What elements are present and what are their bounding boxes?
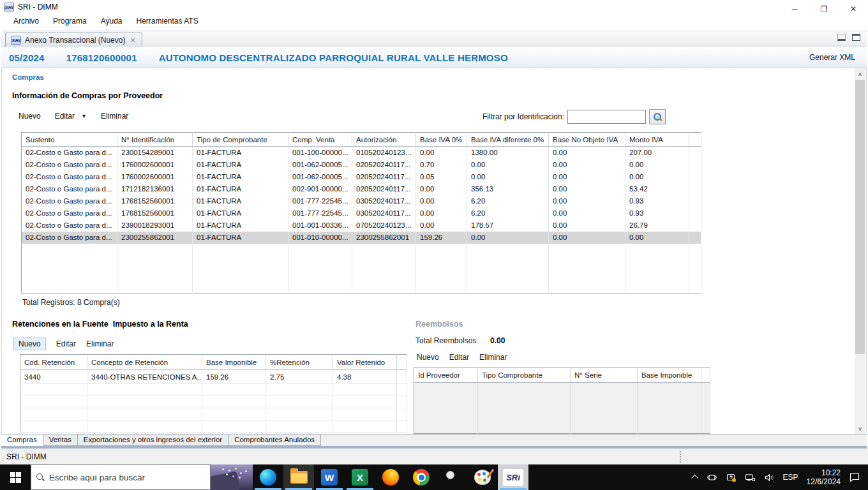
reembolsos-editar-button[interactable]: Editar	[449, 353, 469, 362]
scrollbar-thumb[interactable]	[855, 80, 865, 354]
column-header[interactable]: N° Serie	[571, 368, 638, 383]
retenciones-table: Cod. RetenciónConcepto de RetenciónBase …	[20, 354, 407, 433]
column-header[interactable]: N° Identificación	[117, 133, 193, 147]
eliminar-button[interactable]: Eliminar	[101, 112, 128, 121]
taskbar-chrome-profile-button[interactable]	[437, 464, 467, 490]
table-row[interactable]: 02-Costo o Gasto para d...17121821360010…	[22, 183, 701, 195]
table-row[interactable]: 02-Costo o Gasto para d...23900182930010…	[22, 219, 701, 232]
column-header[interactable]: Tipo Comprobante	[478, 368, 571, 383]
tab-comprobantes-anulados[interactable]: Comprobantes Anulados	[228, 434, 321, 446]
column-header[interactable]: Id Proveedor	[414, 368, 478, 383]
nuevo-button[interactable]: Nuevo	[19, 112, 41, 121]
start-button[interactable]	[0, 464, 31, 490]
column-header[interactable]: Comp. Venta	[288, 133, 352, 147]
table-row[interactable]: 02-Costo o Gasto para d...23001542890010…	[22, 147, 701, 159]
clock[interactable]: 10:22 12/6/2024	[807, 468, 841, 486]
edge-icon	[260, 469, 276, 486]
retenciones-eliminar-button[interactable]: Eliminar	[86, 339, 114, 348]
column-header[interactable]: Base Imponible	[638, 368, 701, 383]
language-indicator[interactable]: ESP	[783, 473, 798, 482]
taskbar-edge-button[interactable]	[253, 464, 283, 490]
taskbar-paint-button[interactable]	[467, 464, 498, 490]
taskbar: W X SRi ESP 10	[0, 464, 868, 490]
column-header[interactable]: Base Imponible	[202, 355, 266, 370]
cell: 0.00	[549, 219, 625, 232]
column-header[interactable]: Base IVA diferente 0%	[467, 133, 549, 147]
tab-ventas[interactable]: Ventas	[43, 434, 78, 446]
column-header[interactable]: Autorización	[352, 133, 416, 147]
table-row[interactable]: 02-Costo o Gasto para d...17600026000010…	[22, 171, 701, 183]
tab-close-icon[interactable]: ✕	[129, 36, 136, 45]
tab-exportaciones[interactable]: Exportaciones y otros ingresos del exter…	[78, 434, 228, 446]
reembolsos-eliminar-button[interactable]: Eliminar	[479, 353, 507, 362]
taskbar-sri-button[interactable]: SRi	[498, 464, 528, 490]
cell: 6.20	[467, 195, 549, 207]
column-header[interactable]: Sustento	[22, 133, 117, 147]
cell: 02-Costo o Gasto para d...	[22, 147, 117, 159]
search-icon	[654, 113, 661, 121]
excel-icon: X	[352, 469, 368, 486]
table-row[interactable]: 02-Costo o Gasto para d...17681525600010…	[22, 195, 701, 207]
reembolsos-nuevo-button[interactable]: Nuevo	[417, 353, 439, 362]
cell: 0.00	[467, 232, 549, 244]
column-header[interactable]: Base No Objeto IVA	[549, 133, 625, 147]
retenciones-nuevo-button[interactable]: Nuevo	[13, 338, 46, 350]
filter-input[interactable]	[567, 110, 646, 124]
tray-time: 10:22	[807, 468, 841, 477]
editar-dropdown-icon[interactable]: ▼	[81, 113, 87, 119]
menu-programa[interactable]: Programa	[46, 17, 94, 26]
taskbar-search-input[interactable]	[49, 473, 205, 482]
cell: 0.00	[467, 171, 549, 183]
child-minimize-icon[interactable]	[837, 34, 846, 41]
update-available-icon[interactable]	[726, 472, 737, 483]
column-header[interactable]: Concepto de Retención	[87, 355, 202, 370]
window-title: SRI - DIMM	[18, 3, 58, 11]
tab-anexo-transaccional[interactable]: SRi Anexo Transaccional (Nuevo) ✕	[5, 33, 142, 47]
cell: 0.00	[549, 207, 625, 219]
vertical-scrollbar[interactable]: ∧ ∨	[855, 68, 865, 434]
scroll-down-icon[interactable]: ∨	[855, 423, 865, 434]
taskbar-firefox-button[interactable]	[375, 464, 406, 490]
taskbar-chrome-button[interactable]	[406, 464, 437, 490]
cell: 1760002600001	[117, 171, 193, 183]
action-center-icon[interactable]	[849, 472, 860, 482]
table-row[interactable]: 34403440-OTRAS RETENCIONES A...159.262.7…	[20, 370, 407, 384]
cell: 2300255862001	[117, 232, 193, 244]
child-maximize-icon[interactable]	[852, 34, 860, 41]
taskbar-file-explorer-button[interactable]	[283, 464, 314, 490]
taskbar-search[interactable]	[31, 464, 211, 490]
cell: 01-FACTURA	[193, 207, 288, 219]
column-header[interactable]: Valor Retenido	[333, 355, 397, 370]
menu-ayuda[interactable]: Ayuda	[94, 17, 130, 26]
table-row[interactable]: 02-Costo o Gasto para d...17681525600010…	[22, 207, 701, 219]
cell: 0.00	[467, 159, 549, 171]
weather-widget[interactable]	[211, 464, 253, 490]
retenciones-editar-button[interactable]: Editar	[56, 339, 76, 348]
tab-compras[interactable]: Compras	[1, 434, 43, 446]
network-icon[interactable]	[745, 472, 756, 483]
cell: 02-Costo o Gasto para d...	[22, 207, 117, 219]
generar-xml-button[interactable]: Generar XML	[809, 53, 855, 62]
paint-icon	[474, 470, 491, 485]
cell: 01-FACTURA	[193, 232, 288, 244]
column-header[interactable]: Tipo de Comprobante	[193, 133, 288, 147]
cell: 0.05	[416, 171, 467, 183]
editar-button[interactable]: Editar	[55, 112, 75, 121]
cast-icon[interactable]	[707, 472, 717, 483]
table-row[interactable]: 02-Costo o Gasto para d...17600026000010…	[22, 159, 701, 171]
menu-herramientas-ats[interactable]: Herramientas ATS	[130, 17, 206, 26]
column-header[interactable]: Monto IVA	[625, 133, 689, 147]
column-header[interactable]: %Retención	[266, 355, 333, 370]
cell: 1380.00	[467, 147, 549, 159]
menu-archivo[interactable]: Archivo	[6, 17, 46, 26]
taskbar-excel-button[interactable]: X	[345, 464, 375, 490]
table-row[interactable]: 02-Costo o Gasto para d...23002558620010…	[22, 232, 701, 244]
column-header[interactable]: Base IVA 0%	[416, 133, 467, 147]
scroll-up-icon[interactable]: ∧	[855, 68, 865, 79]
volume-icon[interactable]	[764, 472, 775, 483]
tray-chevron-up-icon[interactable]	[691, 475, 698, 482]
cell: 070520240123...	[352, 219, 416, 232]
taskbar-word-button[interactable]: W	[314, 464, 345, 490]
column-header[interactable]: Cod. Retención	[20, 355, 87, 370]
filter-search-button[interactable]	[649, 109, 666, 124]
